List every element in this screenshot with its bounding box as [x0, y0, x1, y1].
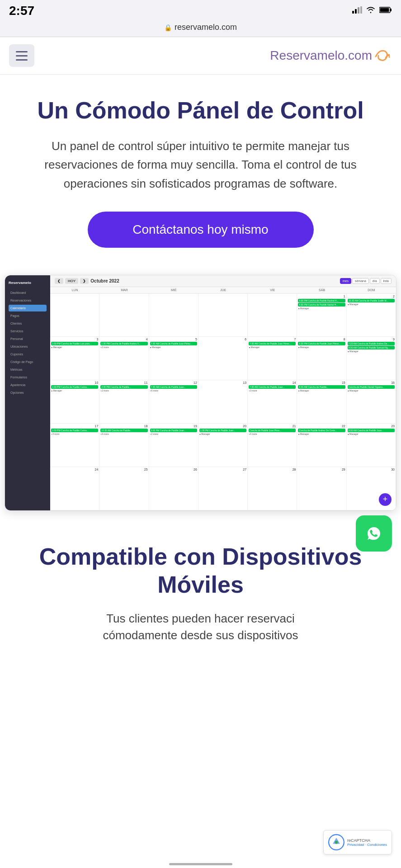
hero-title: Un Cómodo Pánel de Control [18, 97, 383, 124]
calendar-month-title: Octubre 2022 [90, 278, 119, 283]
list-item: 7:20 AM Cancha de Paddle Andres De... [348, 342, 395, 345]
sidebar-item-dashboard[interactable]: Dashboard [9, 289, 47, 296]
status-bar: 2:57 [0, 0, 401, 20]
cal-date: 20 [199, 425, 246, 428]
hamburger-line-2 [16, 55, 28, 57]
table-row: 9 7:20 AM Cancha de Paddle Andres De... … [347, 337, 396, 380]
svg-rect-1 [355, 9, 357, 14]
day-lun: LUN [50, 287, 99, 293]
sidebar-item-ubicaciones[interactable]: Ubicaciones [9, 343, 47, 350]
table-row: 15 8:30 AM Cancha de Paddle... ● Manager [297, 380, 346, 424]
cal-date: 21 [249, 425, 296, 428]
list-item: Cancha de Paddle Juan Pires... [249, 429, 296, 432]
day-jue: JUE [198, 287, 248, 293]
list-item: ● Manager [199, 433, 246, 435]
list-item: ● Manager [51, 346, 98, 349]
table-row: 23 8:30 AM Cancha de Paddle Juan... ● Ma… [347, 424, 396, 467]
calendar-prev-button[interactable]: ❮ [55, 278, 63, 284]
table-row [198, 294, 248, 337]
cal-date: 11 [100, 381, 147, 384]
recaptcha-badge: reCAPTCHA Privacidad · Condiciones [323, 830, 392, 854]
status-icons [352, 6, 392, 15]
calendar-view-semana[interactable]: semana [352, 278, 369, 284]
table-row [99, 294, 149, 337]
calendar-fab-button[interactable]: + [379, 493, 392, 506]
list-item: 7:30 AM Cancha de Paddle Juan... [249, 385, 296, 389]
day-dom: DOM [347, 287, 396, 293]
sidebar-item-calendario[interactable]: Calendario [9, 305, 47, 311]
screenshot-container: Reservamelo Dashboard Reservaciones Cale… [0, 261, 401, 515]
list-item: 7:30 AM Cancha de Paddle Juan Pérez... [150, 342, 197, 345]
list-item: ● Manager [348, 389, 395, 392]
cal-date: 14 [249, 381, 296, 384]
recaptcha-privacy-link[interactable]: Privacidad [347, 843, 364, 847]
list-item: 7:30 AM Cancha de Paddle Juan Pérez... [249, 342, 296, 345]
list-item: 8:30 AM Cancha de Paddle Samuel Ng... [348, 346, 395, 349]
table-row: 27 [198, 467, 248, 510]
calendar-view-lista[interactable]: lista [381, 278, 392, 284]
lock-icon: 🔒 [164, 24, 172, 31]
svg-point-9 [335, 841, 338, 844]
cal-date: 23 [348, 425, 395, 428]
list-item: 10:30 AM Cancha de Paddle... [100, 429, 147, 432]
calendar-view-mes[interactable]: mes [340, 278, 351, 284]
table-row: 18 10:30 AM Cancha de Paddle... +6 more [99, 424, 149, 467]
table-row: 6 [198, 337, 248, 380]
cal-date: 12 [150, 381, 197, 384]
table-row: 16 Cancha de Paddle Daniel Figuera... ● … [347, 380, 396, 424]
list-item: +3 more [249, 389, 296, 392]
table-row: 4 1:30 PM Cancha de Paddle Andres V... +… [99, 337, 149, 380]
cal-date: 19 [150, 425, 197, 428]
svg-rect-3 [360, 6, 362, 14]
table-row: 7 7:30 AM Cancha de Paddle Juan Pérez...… [248, 337, 297, 380]
calendar-main: ❮ HOY ❯ Octubre 2022 mes semana día list… [50, 275, 396, 510]
list-item: 1:00 PM Cancha de Paddle Carlos... [51, 429, 98, 432]
recaptcha-terms-link[interactable]: Condiciones [367, 843, 387, 847]
sidebar-item-pagos[interactable]: Pagos [9, 312, 47, 319]
sidebar-item-opciones[interactable]: Opciones [9, 389, 47, 396]
cal-date: 4 [100, 338, 147, 341]
sidebar-item-apariencia[interactable]: Apariencia [9, 382, 47, 388]
bottom-title: Compatible con Dispositivos Móviles [18, 542, 383, 599]
list-item: 1:30 PM Cancha de Paddle Juan... [199, 429, 246, 432]
table-row: 29 [297, 467, 346, 510]
logo-icon [372, 47, 392, 64]
cal-date: 3 [51, 338, 98, 341]
url-bar: 🔒 reservamelo.com [0, 20, 401, 37]
svg-rect-6 [380, 8, 389, 12]
sidebar-item-servicios[interactable]: Servicios [9, 328, 47, 335]
cal-date: 24 [51, 468, 98, 471]
list-item: +3 more [51, 433, 98, 435]
list-item: ● Manager [51, 389, 98, 392]
list-item: 5:30 PM Cancha de Paddle Juan Pérez... [298, 342, 345, 345]
sidebar-item-personal[interactable]: Personal [9, 335, 47, 342]
calendar-grid: 1 5:30 PM Cancha de Paddle Rashel H... 5… [50, 293, 396, 510]
calendar-next-button[interactable]: ❯ [80, 278, 89, 284]
list-item: 1:00 PM Cancha de Paddle Luis para... [51, 342, 98, 345]
cal-date: 5 [150, 338, 197, 341]
sidebar-item-cupones[interactable]: Cupones [9, 351, 47, 358]
nav-header: Reservamelo.com [0, 37, 401, 75]
sidebar-item-formularios[interactable]: Formularios [9, 374, 47, 381]
bottom-description: Tus clientes pueden hacer reservaci [18, 609, 383, 628]
list-item: 10:30 AM Cancha de Paddle Judith M... [348, 299, 395, 302]
calendar-view-dia[interactable]: día [370, 278, 380, 284]
cal-date: 2 [348, 295, 395, 298]
sidebar-item-codigo[interactable]: Código de Pago [9, 359, 47, 365]
cal-date: 6 [199, 338, 246, 341]
sidebar-item-reservaciones[interactable]: Reservaciones [9, 297, 47, 304]
whatsapp-button[interactable] [356, 515, 392, 552]
table-row: 14 7:30 AM Cancha de Paddle Juan... +3 m… [248, 380, 297, 424]
table-row: 25 [99, 467, 149, 510]
sidebar-item-clientes[interactable]: Clientes [9, 320, 47, 327]
table-row: 1 5:30 PM Cancha de Paddle Rashel H... 5… [297, 294, 346, 337]
list-item: 3:00 PM Cancha de Paddle Juan... [150, 429, 197, 432]
sidebar-item-metricas[interactable]: Métricas [9, 366, 47, 373]
cta-button[interactable]: Contáctanos hoy mismo [88, 212, 314, 248]
hamburger-button[interactable] [9, 44, 34, 67]
day-mie: MIÉ [149, 287, 198, 293]
calendar-today-button[interactable]: HOY [65, 278, 78, 284]
logo-text: Reservamelo.com [270, 48, 372, 63]
url-text: reservamelo.com [175, 23, 237, 32]
list-item: ● Manager [298, 346, 345, 349]
